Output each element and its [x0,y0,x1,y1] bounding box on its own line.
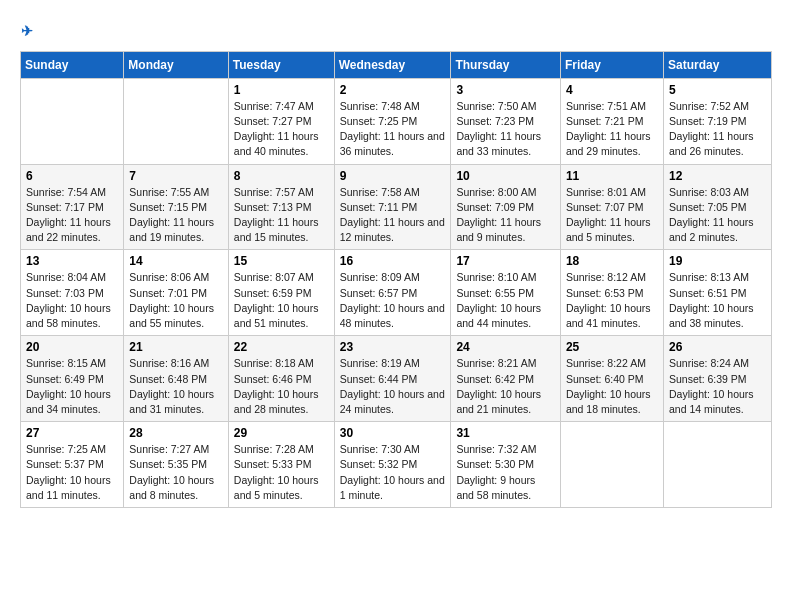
day-number: 8 [234,169,329,183]
day-info: Sunrise: 7:28 AMSunset: 5:33 PMDaylight:… [234,443,319,501]
calendar-day-cell: 8 Sunrise: 7:57 AMSunset: 7:13 PMDayligh… [228,164,334,250]
col-wednesday: Wednesday [334,51,451,78]
day-info: Sunrise: 8:09 AMSunset: 6:57 PMDaylight:… [340,271,445,329]
day-info: Sunrise: 7:27 AMSunset: 5:35 PMDaylight:… [129,443,214,501]
header-row: Sunday Monday Tuesday Wednesday Thursday… [21,51,772,78]
day-number: 7 [129,169,222,183]
calendar-day-cell: 25 Sunrise: 8:22 AMSunset: 6:40 PMDaylig… [560,336,663,422]
day-info: Sunrise: 8:04 AMSunset: 7:03 PMDaylight:… [26,271,111,329]
calendar-day-cell: 17 Sunrise: 8:10 AMSunset: 6:55 PMDaylig… [451,250,561,336]
day-info: Sunrise: 7:32 AMSunset: 5:30 PMDaylight:… [456,443,536,501]
day-info: Sunrise: 7:30 AMSunset: 5:32 PMDaylight:… [340,443,445,501]
day-info: Sunrise: 7:51 AMSunset: 7:21 PMDaylight:… [566,100,651,158]
calendar-day-cell: 19 Sunrise: 8:13 AMSunset: 6:51 PMDaylig… [663,250,771,336]
day-info: Sunrise: 7:48 AMSunset: 7:25 PMDaylight:… [340,100,445,158]
day-info: Sunrise: 8:01 AMSunset: 7:07 PMDaylight:… [566,186,651,244]
day-info: Sunrise: 8:12 AMSunset: 6:53 PMDaylight:… [566,271,651,329]
calendar-day-cell [124,78,228,164]
day-number: 15 [234,254,329,268]
calendar-day-cell: 18 Sunrise: 8:12 AMSunset: 6:53 PMDaylig… [560,250,663,336]
calendar-day-cell: 16 Sunrise: 8:09 AMSunset: 6:57 PMDaylig… [334,250,451,336]
day-info: Sunrise: 8:15 AMSunset: 6:49 PMDaylight:… [26,357,111,415]
calendar-day-cell: 23 Sunrise: 8:19 AMSunset: 6:44 PMDaylig… [334,336,451,422]
calendar-table: Sunday Monday Tuesday Wednesday Thursday… [20,51,772,508]
day-info: Sunrise: 8:18 AMSunset: 6:46 PMDaylight:… [234,357,319,415]
calendar-day-cell: 3 Sunrise: 7:50 AMSunset: 7:23 PMDayligh… [451,78,561,164]
day-info: Sunrise: 8:03 AMSunset: 7:05 PMDaylight:… [669,186,754,244]
day-info: Sunrise: 7:25 AMSunset: 5:37 PMDaylight:… [26,443,111,501]
day-number: 2 [340,83,446,97]
day-info: Sunrise: 8:19 AMSunset: 6:44 PMDaylight:… [340,357,445,415]
day-number: 13 [26,254,118,268]
calendar-day-cell [560,422,663,508]
day-number: 17 [456,254,555,268]
day-number: 18 [566,254,658,268]
day-number: 26 [669,340,766,354]
calendar-week-row: 6 Sunrise: 7:54 AMSunset: 7:17 PMDayligh… [21,164,772,250]
calendar-week-row: 20 Sunrise: 8:15 AMSunset: 6:49 PMDaylig… [21,336,772,422]
calendar-day-cell: 21 Sunrise: 8:16 AMSunset: 6:48 PMDaylig… [124,336,228,422]
day-info: Sunrise: 7:52 AMSunset: 7:19 PMDaylight:… [669,100,754,158]
calendar-day-cell: 7 Sunrise: 7:55 AMSunset: 7:15 PMDayligh… [124,164,228,250]
calendar-day-cell: 6 Sunrise: 7:54 AMSunset: 7:17 PMDayligh… [21,164,124,250]
logo: ✈ [20,20,33,41]
day-info: Sunrise: 8:07 AMSunset: 6:59 PMDaylight:… [234,271,319,329]
day-info: Sunrise: 7:50 AMSunset: 7:23 PMDaylight:… [456,100,541,158]
calendar-day-cell: 15 Sunrise: 8:07 AMSunset: 6:59 PMDaylig… [228,250,334,336]
page-header: ✈ [20,20,772,41]
day-info: Sunrise: 7:55 AMSunset: 7:15 PMDaylight:… [129,186,214,244]
day-number: 1 [234,83,329,97]
day-info: Sunrise: 8:24 AMSunset: 6:39 PMDaylight:… [669,357,754,415]
day-number: 20 [26,340,118,354]
calendar-week-row: 1 Sunrise: 7:47 AMSunset: 7:27 PMDayligh… [21,78,772,164]
day-number: 21 [129,340,222,354]
calendar-day-cell: 14 Sunrise: 8:06 AMSunset: 7:01 PMDaylig… [124,250,228,336]
day-number: 29 [234,426,329,440]
calendar-day-cell: 9 Sunrise: 7:58 AMSunset: 7:11 PMDayligh… [334,164,451,250]
calendar-day-cell: 4 Sunrise: 7:51 AMSunset: 7:21 PMDayligh… [560,78,663,164]
day-number: 9 [340,169,446,183]
day-info: Sunrise: 7:47 AMSunset: 7:27 PMDaylight:… [234,100,319,158]
day-info: Sunrise: 8:13 AMSunset: 6:51 PMDaylight:… [669,271,754,329]
day-info: Sunrise: 8:06 AMSunset: 7:01 PMDaylight:… [129,271,214,329]
calendar-week-row: 13 Sunrise: 8:04 AMSunset: 7:03 PMDaylig… [21,250,772,336]
day-number: 31 [456,426,555,440]
calendar-day-cell: 5 Sunrise: 7:52 AMSunset: 7:19 PMDayligh… [663,78,771,164]
calendar-week-row: 27 Sunrise: 7:25 AMSunset: 5:37 PMDaylig… [21,422,772,508]
day-number: 5 [669,83,766,97]
calendar-day-cell: 24 Sunrise: 8:21 AMSunset: 6:42 PMDaylig… [451,336,561,422]
calendar-day-cell: 30 Sunrise: 7:30 AMSunset: 5:32 PMDaylig… [334,422,451,508]
day-number: 25 [566,340,658,354]
calendar-day-cell: 20 Sunrise: 8:15 AMSunset: 6:49 PMDaylig… [21,336,124,422]
calendar-day-cell: 12 Sunrise: 8:03 AMSunset: 7:05 PMDaylig… [663,164,771,250]
col-monday: Monday [124,51,228,78]
day-info: Sunrise: 8:22 AMSunset: 6:40 PMDaylight:… [566,357,651,415]
day-number: 19 [669,254,766,268]
day-number: 12 [669,169,766,183]
day-number: 23 [340,340,446,354]
col-tuesday: Tuesday [228,51,334,78]
day-info: Sunrise: 7:58 AMSunset: 7:11 PMDaylight:… [340,186,445,244]
calendar-day-cell: 28 Sunrise: 7:27 AMSunset: 5:35 PMDaylig… [124,422,228,508]
day-info: Sunrise: 8:21 AMSunset: 6:42 PMDaylight:… [456,357,541,415]
day-info: Sunrise: 7:57 AMSunset: 7:13 PMDaylight:… [234,186,319,244]
calendar-day-cell [21,78,124,164]
day-info: Sunrise: 8:00 AMSunset: 7:09 PMDaylight:… [456,186,541,244]
day-number: 24 [456,340,555,354]
day-number: 3 [456,83,555,97]
calendar-day-cell: 11 Sunrise: 8:01 AMSunset: 7:07 PMDaylig… [560,164,663,250]
day-number: 30 [340,426,446,440]
calendar-day-cell: 26 Sunrise: 8:24 AMSunset: 6:39 PMDaylig… [663,336,771,422]
calendar-day-cell [663,422,771,508]
day-number: 14 [129,254,222,268]
day-number: 22 [234,340,329,354]
calendar-day-cell: 13 Sunrise: 8:04 AMSunset: 7:03 PMDaylig… [21,250,124,336]
calendar-day-cell: 1 Sunrise: 7:47 AMSunset: 7:27 PMDayligh… [228,78,334,164]
day-info: Sunrise: 8:16 AMSunset: 6:48 PMDaylight:… [129,357,214,415]
calendar-day-cell: 29 Sunrise: 7:28 AMSunset: 5:33 PMDaylig… [228,422,334,508]
day-number: 11 [566,169,658,183]
day-number: 6 [26,169,118,183]
calendar-day-cell: 2 Sunrise: 7:48 AMSunset: 7:25 PMDayligh… [334,78,451,164]
day-number: 27 [26,426,118,440]
calendar-day-cell: 31 Sunrise: 7:32 AMSunset: 5:30 PMDaylig… [451,422,561,508]
